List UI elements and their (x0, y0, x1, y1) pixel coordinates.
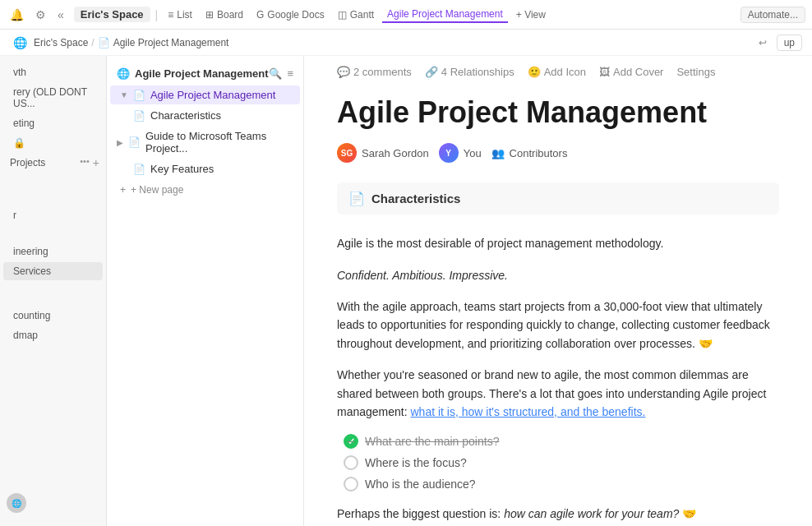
chevron-icon-2: ▶ (117, 138, 123, 147)
new-page-button[interactable]: + + New page (110, 181, 300, 199)
nav-board[interactable]: ⊞ Board (201, 7, 248, 22)
paragraph-4-link[interactable]: what it is, how it's structured, and the… (411, 405, 646, 418)
gdocs-icon: G (256, 9, 264, 21)
sidebar-item-vth[interactable]: vth (3, 63, 103, 81)
sidebar-item-rery[interactable]: rery (OLD DONT US... (3, 83, 103, 113)
breadcrumb-space-icon: 🌐 (10, 35, 30, 51)
sidebar-item-counting[interactable]: counting (3, 307, 103, 325)
bell-icon[interactable]: 🔔 (7, 7, 27, 23)
paragraph-5: Perhaps the biggest question is: how can… (337, 505, 779, 523)
sidebar-item-r[interactable]: r (3, 206, 103, 224)
check-2 (344, 455, 358, 470)
top-nav: 🔔 ⚙ « Eric's Space | ≡ List ⊞ Board G Go… (0, 0, 812, 30)
paragraph-5-emoji: 🤝 (679, 507, 696, 520)
checklist-item-2[interactable]: Where is the focus? (344, 455, 779, 470)
doc-sidebar-header: 🌐 Agile Project Management 🔍 ≡ (107, 62, 303, 85)
checklist-item-1[interactable]: What are the main points? (344, 434, 779, 449)
doc-file-icon-guide: 📄 (128, 136, 141, 148)
sidebar-item-services[interactable]: Services (3, 262, 103, 280)
paragraph-1: Agile is the most desirable of project m… (337, 234, 779, 252)
main-layout: vth rery (OLD DONT US... eting 🔒 Project… (0, 56, 812, 526)
sidebar-spacer-2 (0, 225, 106, 242)
contributors-label: Contributors (510, 147, 568, 159)
nav-left-icons: 🔔 ⚙ « (7, 7, 67, 23)
sidebar-more-icon[interactable]: ••• (80, 156, 90, 169)
doc-tree-characteristics[interactable]: 📄 Characteristics (110, 106, 300, 125)
link-icon: 🔗 (425, 66, 438, 78)
group-icon: 👥 (491, 147, 505, 159)
sidebar-item-ineering[interactable]: ineering (3, 242, 103, 261)
toolbar-relationships[interactable]: 🔗 4 Relationships (425, 66, 514, 78)
nav-agile[interactable]: Agile Project Management (382, 7, 508, 23)
paragraph-5-start: Perhaps the biggest question is: (337, 507, 504, 520)
doc-sidebar-globe-icon: 🌐 (117, 67, 130, 80)
nav-gantt[interactable]: ◫ Gantt (333, 7, 379, 22)
doc-tree-keyfeatures-label: Key Features (150, 163, 214, 175)
doc-tree-agile[interactable]: ▼ 📄 Agile Project Management (110, 85, 300, 104)
board-icon: ⊞ (205, 9, 214, 21)
content-toolbar: 💬 2 comments 🔗 4 Relationships 🙂 Add Ico… (337, 56, 779, 85)
sidebar-add-icon[interactable]: + (93, 156, 99, 169)
gantt-icon: ◫ (338, 9, 347, 21)
nav-right: Automate... (740, 7, 805, 23)
nav-separator: | (155, 8, 159, 21)
doc-sidebar: 🌐 Agile Project Management 🔍 ≡ ▼ 📄 Agile… (107, 56, 304, 526)
doc-menu-icon[interactable]: ≡ (287, 67, 293, 80)
comment-icon: 💬 (337, 66, 350, 78)
paragraph-4: Whether you're seasoned or brand new to … (337, 366, 779, 421)
sidebar-item-dmap[interactable]: dmap (3, 326, 103, 344)
paragraph-2: Confident. Ambitious. Impressive. (337, 266, 779, 284)
contributor-you[interactable]: Y You (439, 143, 482, 163)
automate-button[interactable]: Automate... (740, 7, 805, 23)
list-icon: ≡ (168, 9, 173, 21)
section-doc-icon: 📄 (348, 191, 365, 206)
nav-list[interactable]: ≡ List (163, 7, 197, 22)
breadcrumb-sep: / (91, 37, 94, 48)
doc-file-icon-key: 📄 (133, 164, 145, 175)
nav-add-view[interactable]: + View (511, 7, 551, 22)
checklist-item-3[interactable]: Who is the audience? (344, 477, 779, 491)
sidebar-bottom-globe[interactable]: 🌐 (7, 493, 26, 513)
app-sidebar: vth rery (OLD DONT US... eting 🔒 Project… (0, 56, 107, 526)
breadcrumb-right: ↩ up (759, 37, 802, 48)
checklist-label-1: What are the main points? (365, 435, 499, 448)
checklist-label-3: Who is the audience? (365, 478, 476, 491)
paragraph-3: With the agile approach, teams start pro… (337, 298, 779, 353)
doc-sidebar-title: 🌐 Agile Project Management (117, 67, 269, 80)
collapse-icon[interactable]: « (54, 7, 67, 23)
doc-tree-agile-label: Agile Project Management (150, 89, 275, 101)
breadcrumb-space[interactable]: Eric's Space (34, 37, 88, 48)
sidebar-item-eting[interactable]: eting (3, 114, 103, 132)
sidebar-item-lock[interactable]: 🔒 (3, 134, 103, 152)
doc-tree-guide-label: Guide to Microsoft Teams Project... (145, 130, 290, 155)
toolbar-add-cover[interactable]: 🖼 Add Cover (599, 66, 663, 78)
breadcrumb-doc[interactable]: Agile Project Management (113, 37, 229, 48)
toolbar-add-icon[interactable]: 🙂 Add Icon (528, 66, 586, 78)
update-button[interactable]: up (777, 35, 802, 51)
sidebar-spacer-3 (0, 281, 106, 306)
undo-icon[interactable]: ↩ (759, 37, 767, 48)
doc-tree-guide[interactable]: ▶ 📄 Guide to Microsoft Teams Project... (110, 127, 300, 158)
section-characteristics: 📄 Characteristics (337, 182, 779, 215)
check-1 (344, 434, 358, 449)
page-title: Agile Project Management (337, 95, 779, 130)
doc-search-icon[interactable]: 🔍 (269, 67, 282, 80)
contributors-row: SG Sarah Gordon Y You 👥 Contributors (337, 143, 779, 163)
doc-tree-keyfeatures[interactable]: 📄 Key Features (110, 159, 300, 178)
avatar-sarah: SG (337, 143, 357, 163)
toolbar-comments[interactable]: 💬 2 comments (337, 66, 412, 78)
checklist-label-2: Where is the focus? (365, 456, 467, 469)
you-label: You (464, 147, 482, 159)
sidebar-bottom: 🌐 (0, 487, 106, 519)
space-name[interactable]: Eric's Space (74, 7, 150, 22)
plus-icon: + (120, 184, 126, 196)
avatar-you: Y (439, 143, 459, 163)
paragraph-5-italic: how can agile work for your team? (504, 507, 679, 520)
sidebar-projects[interactable]: Projects ••• + (0, 153, 106, 173)
settings-icon[interactable]: ⚙ (32, 7, 49, 23)
contributor-sarah[interactable]: SG Sarah Gordon (337, 143, 429, 163)
nav-google-docs[interactable]: G Google Docs (251, 7, 330, 22)
contributor-group[interactable]: 👥 Contributors (491, 147, 568, 159)
sidebar-projects-label: Projects (10, 157, 45, 168)
toolbar-settings[interactable]: Settings (676, 66, 715, 78)
